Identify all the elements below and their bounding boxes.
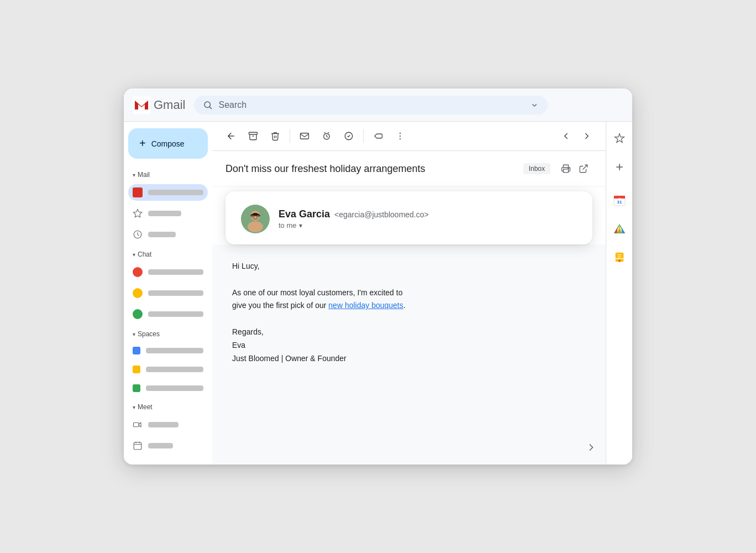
sidebar-item-chat-1[interactable] <box>128 264 208 280</box>
sidebar-item-meet-video[interactable] <box>128 416 208 433</box>
chat-text-3 <box>148 311 203 317</box>
back-button[interactable] <box>221 126 241 146</box>
svg-line-16 <box>583 165 587 169</box>
chat-label: Chat <box>138 251 151 258</box>
svg-point-33 <box>618 259 621 262</box>
video-icon <box>133 420 143 430</box>
sidebar-item-snoozed[interactable] <box>128 226 208 243</box>
browser-window: Gmail Search + Compose ▾ Mail <box>124 88 632 465</box>
email-subject-bar: Don't miss our freshest holiday arrangem… <box>212 151 606 187</box>
compose-button[interactable]: + Compose <box>128 128 208 159</box>
svg-point-13 <box>400 138 401 139</box>
print-icon <box>561 164 571 174</box>
inbox-badge: Inbox <box>523 163 550 174</box>
search-dropdown-icon <box>530 101 539 109</box>
sparkle-icon <box>614 133 625 144</box>
sidebar: + Compose ▾ Mail <box>124 122 212 465</box>
print-button[interactable] <box>557 160 575 178</box>
spaces-section-label: ▾ Spaces <box>128 327 208 339</box>
spaces-label: Spaces <box>138 330 160 338</box>
google-calendar-button[interactable]: 31 ▼ <box>610 190 629 210</box>
sidebar-item-chat-3[interactable] <box>128 306 208 322</box>
archive-icon <box>248 131 258 141</box>
sender-email: <egarcia@justbloomed.co> <box>334 210 429 219</box>
compose-plus-icon: + <box>139 137 146 150</box>
nav-arrows <box>556 126 597 146</box>
space-text-3 <box>146 385 203 391</box>
toolbar-divider-1 <box>290 129 290 143</box>
mail-section-label: ▾ Mail <box>128 168 208 180</box>
google-drive-icon <box>613 223 626 235</box>
chat-dot-2 <box>133 288 143 298</box>
sender-row: Eva Garcia <egarcia@justbloomed.co> to m… <box>241 205 577 233</box>
to-details-chevron[interactable]: ▾ <box>299 222 302 229</box>
space-square-1 <box>133 347 140 354</box>
spaces-chevron-icon: ▾ <box>133 331 135 337</box>
archive-button[interactable] <box>243 126 263 146</box>
delete-button[interactable] <box>265 126 285 146</box>
meet-label: Meet <box>138 403 153 411</box>
svg-rect-6 <box>134 442 141 450</box>
space-text-2 <box>146 367 203 372</box>
google-drive-button[interactable] <box>610 219 629 239</box>
delete-icon <box>270 131 280 141</box>
header-bar: Gmail Search <box>124 88 632 122</box>
inbox-text <box>148 190 203 195</box>
meet-calendar-text <box>148 443 173 448</box>
chat-dot-1 <box>133 267 143 277</box>
avatar <box>241 205 270 233</box>
to-row: to me ▾ <box>279 221 577 229</box>
mail-label: Mail <box>138 171 150 179</box>
label-icon <box>373 131 383 141</box>
mark-unread-button[interactable] <box>295 126 314 146</box>
svg-text:31: 31 <box>617 200 622 205</box>
sidebar-item-space-2[interactable] <box>128 362 208 377</box>
sidebar-item-starred[interactable] <box>128 205 208 222</box>
open-new-window-button[interactable] <box>575 160 592 178</box>
chat-section-label: ▾ Chat <box>128 247 208 259</box>
email-sign-name: Eva <box>232 339 590 352</box>
google-keep-button[interactable] <box>610 248 629 268</box>
sidebar-item-space-1[interactable] <box>128 343 208 358</box>
prev-email-button[interactable] <box>556 126 576 146</box>
star-icon <box>133 208 143 218</box>
gmail-m-icon <box>133 96 150 114</box>
next-icon <box>582 131 592 141</box>
search-input[interactable]: Search <box>218 100 524 110</box>
task-icon <box>344 131 354 141</box>
calendar-icon <box>133 441 143 451</box>
gemini-button[interactable] <box>610 128 629 148</box>
chat-chevron-icon: ▾ <box>133 252 135 258</box>
gmail-logo: Gmail <box>133 96 185 114</box>
back-icon <box>226 131 236 141</box>
svg-rect-8 <box>301 133 309 139</box>
plus-icon <box>614 161 625 173</box>
google-calendar-icon: 31 ▼ <box>613 194 626 207</box>
meet-section-label: ▾ Meet <box>128 400 208 412</box>
email-greeting: Hi Lucy, <box>232 260 590 273</box>
search-bar[interactable]: Search <box>194 96 548 114</box>
email-link[interactable]: new holiday bouquets <box>328 301 403 310</box>
label-button[interactable] <box>368 126 388 146</box>
search-icon <box>203 100 213 110</box>
more-options-button[interactable] <box>390 126 410 146</box>
scroll-right-button[interactable] <box>586 442 597 456</box>
google-keep-icon <box>613 252 626 264</box>
inbox-icon <box>133 187 143 197</box>
sidebar-item-inbox[interactable] <box>128 184 208 201</box>
add-addon-button[interactable] <box>610 157 629 177</box>
sidebar-item-meet-calendar[interactable] <box>128 437 208 454</box>
sidebar-item-chat-2[interactable] <box>128 285 208 301</box>
next-email-button[interactable] <box>577 126 597 146</box>
email-icon <box>300 131 309 141</box>
more-icon <box>395 131 405 141</box>
snooze-button[interactable] <box>317 126 337 146</box>
sender-info: Eva Garcia <egarcia@justbloomed.co> to m… <box>279 208 577 229</box>
clock-icon <box>133 229 143 239</box>
gmail-title: Gmail <box>154 98 185 112</box>
svg-text:▼: ▼ <box>618 197 621 200</box>
svg-rect-7 <box>249 132 258 134</box>
add-task-button[interactable] <box>339 126 359 146</box>
sidebar-item-space-3[interactable] <box>128 381 208 395</box>
main-area: + Compose ▾ Mail <box>124 122 632 465</box>
